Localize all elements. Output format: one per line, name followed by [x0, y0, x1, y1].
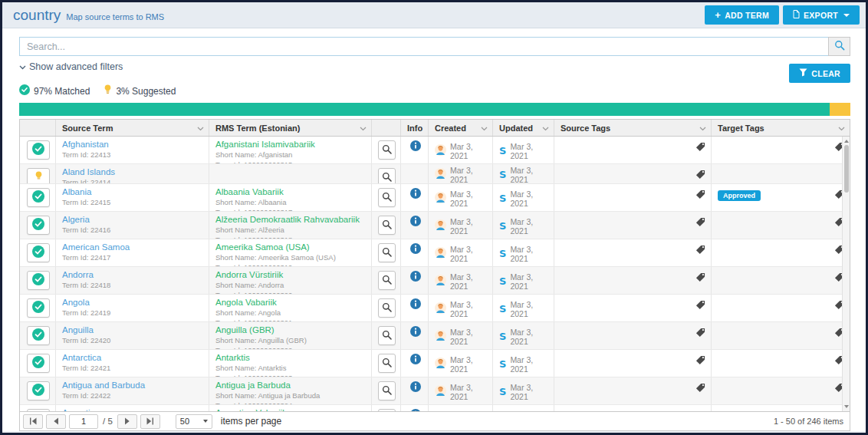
source-term-link[interactable]: Anguilla — [62, 325, 204, 334]
info-icon[interactable] — [410, 140, 421, 154]
source-tags-cell — [554, 405, 712, 411]
info-icon[interactable] — [410, 243, 421, 257]
term-lookup-button[interactable] — [378, 381, 396, 400]
page-size-select[interactable]: 50 — [176, 414, 212, 429]
tag-icon[interactable] — [695, 299, 705, 313]
rms-term-name[interactable]: Antarktis — [215, 353, 367, 362]
term-lookup-button[interactable] — [378, 409, 396, 411]
sort-chevron-down-icon[interactable] — [197, 124, 204, 133]
page-number-input[interactable] — [69, 414, 98, 429]
source-term-link[interactable]: Algeria — [62, 215, 204, 224]
scroll-up-icon[interactable] — [844, 140, 849, 143]
first-page-button[interactable] — [23, 414, 43, 429]
info-icon[interactable] — [410, 188, 421, 202]
tag-icon[interactable] — [695, 272, 705, 285]
info-icon[interactable] — [410, 409, 421, 411]
tag-icon[interactable] — [695, 382, 705, 396]
term-lookup-button[interactable] — [378, 271, 396, 290]
column-header-rms-term-estonian-[interactable]: RMS Term (Estonian) — [209, 120, 372, 136]
term-lookup-button[interactable] — [378, 216, 396, 235]
source-term-link[interactable]: Angola — [62, 298, 204, 307]
info-icon[interactable] — [410, 381, 421, 395]
tag-icon[interactable] — [695, 169, 705, 183]
matched-status-button[interactable] — [27, 298, 50, 318]
column-header-source-tags[interactable]: Source Tags — [554, 120, 712, 136]
source-term-link[interactable]: Andorra — [62, 270, 204, 279]
export-button[interactable]: EXPORT — [783, 5, 860, 25]
tag-icon[interactable] — [695, 216, 705, 230]
source-term-link[interactable]: Albania — [62, 187, 204, 196]
advanced-filters-toggle[interactable]: Show advanced filters — [19, 61, 123, 72]
suggested-status-button[interactable] — [27, 168, 50, 183]
term-lookup-button[interactable] — [378, 298, 396, 318]
sort-chevron-down-icon[interactable] — [542, 124, 549, 133]
sort-chevron-down-icon[interactable] — [838, 124, 845, 133]
source-term-link[interactable]: Argentina — [62, 408, 204, 411]
next-page-button[interactable] — [117, 414, 137, 429]
matched-status-button[interactable] — [27, 216, 50, 235]
vertical-scrollbar[interactable] — [842, 137, 850, 411]
rms-term-name[interactable]: Alžeeria Demokraatlik Rahvavabariik — [215, 215, 367, 224]
info-icon[interactable] — [410, 354, 421, 367]
check-circle-icon — [32, 356, 44, 371]
rms-term-name[interactable]: Anguilla (GBR) — [215, 325, 367, 334]
rms-term-name[interactable]: Argentina Vabariik — [215, 408, 367, 411]
info-icon[interactable] — [410, 326, 421, 340]
matched-status-button[interactable] — [27, 271, 50, 290]
tag-icon[interactable] — [695, 354, 705, 368]
term-lookup-button[interactable] — [378, 243, 396, 262]
matched-status-button[interactable] — [27, 326, 50, 345]
info-icon[interactable] — [410, 271, 421, 285]
target-tag-badge: Approved — [718, 190, 761, 201]
column-header-updated[interactable]: Updated — [493, 120, 554, 136]
rms-term-name[interactable]: Antigua ja Barbuda — [215, 381, 367, 390]
info-icon[interactable] — [410, 216, 421, 229]
source-term-link[interactable]: Antigua and Barbuda — [62, 381, 204, 390]
updated-cell: SMar 3, 2021 — [493, 267, 554, 294]
matched-status-button[interactable] — [27, 381, 50, 400]
rms-term-name[interactable]: Andorra Vürstiriik — [215, 270, 367, 279]
target-tags-cell — [712, 164, 850, 183]
clear-button[interactable]: CLEAR — [789, 64, 850, 83]
rms-term-name[interactable]: Afganistani Islamivabariik — [215, 140, 367, 149]
column-header-created[interactable]: Created — [429, 120, 493, 136]
matched-status-button[interactable] — [27, 243, 50, 262]
scroll-down-icon[interactable] — [844, 405, 849, 408]
matched-status-button[interactable] — [27, 188, 50, 207]
info-cell — [401, 164, 429, 183]
column-header-label: Info — [407, 124, 422, 133]
matched-status-button[interactable] — [27, 354, 50, 373]
sort-chevron-down-icon[interactable] — [360, 124, 367, 133]
sort-chevron-down-icon[interactable] — [481, 124, 488, 133]
term-lookup-button[interactable] — [378, 188, 396, 207]
tag-icon[interactable] — [695, 189, 705, 203]
source-term-link[interactable]: American Samoa — [62, 242, 204, 252]
scrollbar-thumb[interactable] — [844, 145, 849, 193]
term-lookup-button[interactable] — [378, 168, 396, 183]
term-lookup-button[interactable] — [378, 140, 396, 160]
source-term-link[interactable]: Afghanistan — [62, 140, 204, 149]
rms-short-name: Short Name: Ameerika Samoa (USA) — [215, 253, 367, 262]
rms-term-name[interactable]: Angola Vabariik — [215, 298, 367, 307]
prev-page-button[interactable] — [46, 414, 66, 429]
source-term-link[interactable]: Antarctica — [62, 353, 204, 362]
rms-term-name[interactable]: Ameerika Samoa (USA) — [215, 242, 367, 252]
info-icon[interactable] — [410, 298, 421, 312]
tag-icon[interactable] — [695, 244, 705, 258]
search-button[interactable] — [828, 37, 850, 56]
tag-icon[interactable] — [695, 410, 705, 411]
matched-status-button[interactable] — [27, 409, 50, 411]
column-header-source-term[interactable]: Source Term — [56, 120, 209, 136]
add-term-button[interactable]: + ADD TERM — [705, 5, 779, 25]
source-term-link[interactable]: Aland Islands — [62, 167, 204, 176]
last-page-button[interactable] — [140, 414, 160, 429]
search-input[interactable] — [19, 37, 828, 56]
column-header-target-tags[interactable]: Target Tags — [712, 120, 850, 136]
term-lookup-button[interactable] — [378, 354, 396, 373]
tag-icon[interactable] — [695, 327, 705, 341]
rms-term-name[interactable]: Albaania Vabariik — [215, 187, 367, 196]
term-lookup-button[interactable] — [378, 326, 396, 345]
tag-icon[interactable] — [695, 141, 705, 155]
sort-chevron-down-icon[interactable] — [699, 124, 706, 133]
matched-status-button[interactable] — [27, 140, 50, 160]
